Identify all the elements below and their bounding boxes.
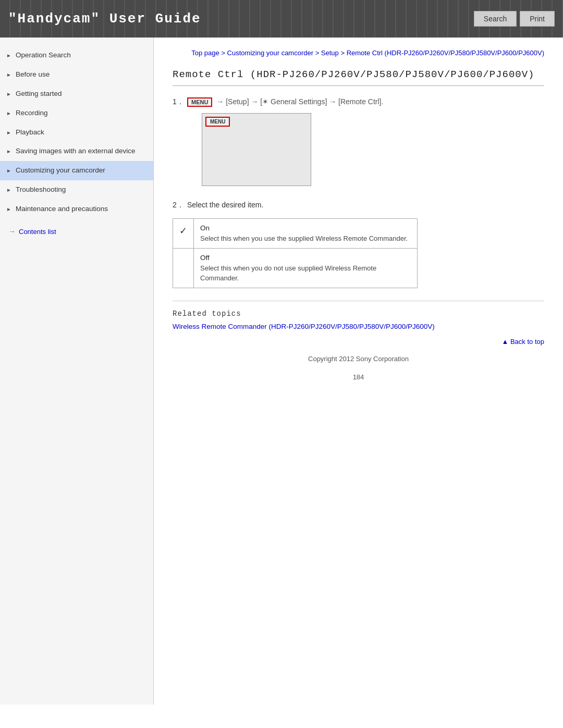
content-area: Top page > Customizing your camcorder > …: [154, 38, 563, 705]
step-1-number: 1．: [173, 97, 187, 107]
sidebar-label: Playback: [16, 128, 145, 138]
sidebar-label: Saving images with an external device: [16, 146, 145, 156]
sidebar-label: Customizing your camcorder: [16, 166, 145, 176]
chevron-right-icon: ►: [6, 91, 11, 98]
option-on-name: On: [200, 223, 411, 233]
step-2-content: Select the desired item.: [187, 201, 544, 209]
option-off-name: Off: [200, 253, 411, 263]
step-2: 2． Select the desired item.: [173, 201, 544, 210]
chevron-right-icon: ►: [6, 206, 11, 213]
sidebar-item-troubleshooting[interactable]: ► Troubleshooting: [0, 180, 153, 200]
step-1: 1． MENU → [Setup] → [✶ General Settings]…: [173, 97, 544, 192]
breadcrumb-text: Top page > Customizing your camcorder > …: [191, 49, 544, 57]
site-title: "Handycam" User Guide: [8, 11, 201, 27]
sidebar-item-before-use[interactable]: ► Before use: [0, 65, 153, 84]
table-row: ✓ On Select this when you use the suppli…: [173, 218, 418, 248]
header: "Handycam" User Guide Search Print: [0, 0, 563, 38]
sidebar-item-operation-search[interactable]: ► Operation Search: [0, 46, 153, 65]
option-off-cell: Off Select this when you do not use supp…: [194, 248, 418, 288]
contents-list-link[interactable]: → Contents list: [0, 222, 153, 241]
chevron-right-icon: ►: [6, 129, 11, 137]
screenshot-illustration: MENU: [202, 113, 311, 186]
sidebar-label: Troubleshooting: [16, 185, 145, 195]
related-topics-section: Related topics Wireless Remote Commander…: [173, 301, 544, 330]
sidebar: ► Operation Search ► Before use ► Gettin…: [0, 38, 154, 705]
contents-list-label: Contents list: [19, 228, 56, 236]
option-on-desc: Select this when you use the supplied Wi…: [200, 233, 411, 244]
step-2-text: Select the desired item.: [187, 201, 263, 209]
table-row: Off Select this when you do not use supp…: [173, 248, 418, 288]
menu-icon-label: MENU: [187, 97, 212, 107]
related-topics-title: Related topics: [173, 310, 544, 318]
chevron-right-icon: ►: [6, 52, 11, 59]
sidebar-item-playback[interactable]: ► Playback: [0, 123, 153, 142]
page-number: 184: [173, 368, 544, 386]
sidebar-label: Getting started: [16, 89, 145, 99]
sidebar-item-customizing[interactable]: ► Customizing your camcorder: [0, 161, 153, 180]
footer: Copyright 2012 Sony Corporation: [173, 346, 544, 368]
search-button[interactable]: Search: [474, 11, 517, 27]
sidebar-item-recording[interactable]: ► Recording: [0, 104, 153, 123]
print-button[interactable]: Print: [520, 11, 555, 27]
option-off-desc: Select this when you do not use supplied…: [200, 263, 411, 283]
step-1-instruction: → [Setup] → [✶ General Settings] → [Remo…: [216, 97, 383, 106]
sidebar-label: Maintenance and precautions: [16, 204, 145, 214]
options-table: ✓ On Select this when you use the suppli…: [173, 218, 418, 288]
arrow-right-icon: →: [8, 227, 16, 236]
option-on-cell: On Select this when you use the supplied…: [194, 218, 418, 248]
sidebar-label: Operation Search: [16, 51, 145, 60]
chevron-right-icon: ►: [6, 167, 11, 175]
chevron-right-icon: ►: [6, 148, 11, 155]
main-layout: ► Operation Search ► Before use ► Gettin…: [0, 38, 563, 705]
back-to-top-row: ▲ Back to top: [173, 338, 544, 346]
menu-button-inline: MENU → [Setup] → [✶ General Settings] → …: [187, 97, 383, 106]
screenshot-menu-btn: MENU: [205, 117, 230, 127]
check-cell-on: ✓: [173, 218, 194, 248]
step-2-number: 2．: [173, 201, 187, 210]
sidebar-label: Before use: [16, 70, 145, 80]
copyright-text: Copyright 2012 Sony Corporation: [308, 355, 409, 363]
sidebar-label: Recording: [16, 108, 145, 118]
step-1-content: MENU → [Setup] → [✶ General Settings] → …: [187, 97, 544, 192]
check-cell-off: [173, 248, 194, 288]
sidebar-item-getting-started[interactable]: ► Getting started: [0, 84, 153, 104]
chevron-right-icon: ►: [6, 110, 11, 117]
header-buttons: Search Print: [474, 11, 555, 27]
page-title: Remote Ctrl (HDR-PJ260/PJ260V/PJ580/PJ58…: [173, 69, 544, 86]
back-to-top-link[interactable]: ▲ Back to top: [501, 338, 544, 346]
chevron-right-icon: ►: [6, 71, 11, 79]
sidebar-item-saving-images[interactable]: ► Saving images with an external device: [0, 142, 153, 161]
sidebar-item-maintenance[interactable]: ► Maintenance and precautions: [0, 200, 153, 219]
chevron-right-icon: ►: [6, 187, 11, 194]
related-link[interactable]: Wireless Remote Commander (HDR-PJ260/PJ2…: [173, 323, 435, 330]
breadcrumb[interactable]: Top page > Customizing your camcorder > …: [173, 48, 544, 58]
